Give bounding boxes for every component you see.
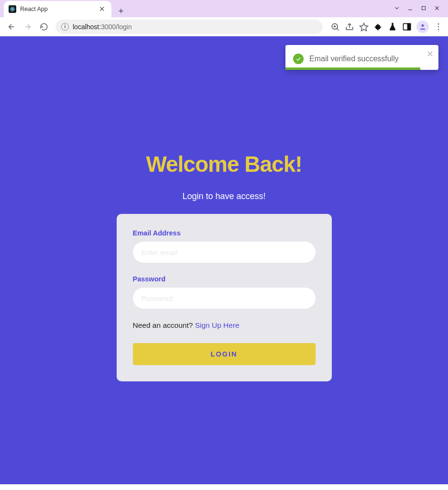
new-tab-button[interactable]: ＋ [114, 4, 128, 17]
zoom-icon[interactable] [330, 22, 340, 32]
site-info-icon[interactable]: i [61, 23, 69, 31]
extensions-icon[interactable] [373, 22, 383, 32]
tabs-row: React App ✕ ＋ [0, 0, 448, 17]
tab-close-icon[interactable]: ✕ [98, 5, 107, 13]
svg-line-11 [337, 28, 339, 30]
url-host: localhost: [73, 23, 101, 31]
signup-prompt: Need an account? [133, 321, 195, 329]
check-circle-icon [293, 54, 304, 64]
svg-rect-18 [408, 23, 411, 30]
url-text: localhost:3000/login [73, 23, 132, 31]
toolbar-right [328, 21, 443, 33]
profile-avatar-icon[interactable] [416, 21, 429, 33]
email-field-group: Email Address [133, 229, 316, 263]
svg-point-4 [12, 9, 13, 10]
forward-button[interactable] [21, 20, 34, 33]
close-window-icon[interactable] [434, 5, 440, 13]
bookmark-star-icon[interactable] [359, 22, 369, 32]
email-label: Email Address [133, 229, 316, 237]
signup-row: Need an account? Sign Up Here [133, 321, 316, 330]
back-button[interactable] [5, 20, 18, 33]
tab-title: React App [20, 6, 94, 12]
login-card: Email Address Password Need an account? … [117, 214, 332, 381]
password-field-group: Password [133, 275, 316, 309]
window-controls [393, 2, 445, 13]
app-viewport: Email verified successfully ✕ Welcome Ba… [0, 36, 448, 484]
svg-point-21 [438, 26, 439, 27]
signup-link[interactable]: Sign Up Here [195, 321, 240, 329]
email-input[interactable] [133, 242, 316, 263]
browser-tab[interactable]: React App ✕ [4, 1, 111, 17]
maximize-icon[interactable] [420, 5, 427, 13]
toast-progress-bar [285, 67, 420, 70]
side-panel-icon[interactable] [402, 22, 412, 32]
toast-close-icon[interactable]: ✕ [426, 49, 434, 59]
toast-success: Email verified successfully ✕ [285, 45, 438, 70]
address-bar[interactable]: i localhost:3000/login [55, 20, 323, 34]
reload-button[interactable] [37, 20, 51, 33]
page-heading: Welcome Back! [146, 151, 302, 177]
svg-marker-15 [360, 23, 368, 31]
chevron-down-icon[interactable] [393, 5, 400, 13]
minimize-icon[interactable] [407, 5, 414, 13]
labs-flask-icon[interactable] [388, 22, 397, 32]
kebab-menu-icon[interactable] [434, 22, 443, 32]
browser-toolbar: i localhost:3000/login [0, 17, 448, 36]
page-subheading: Login to have access! [182, 191, 265, 201]
browser-chrome: React App ✕ ＋ i localhost:3000/login [0, 0, 448, 36]
toast-message: Email verified successfully [309, 55, 431, 63]
svg-rect-1 [422, 7, 426, 10]
share-icon[interactable] [345, 22, 354, 32]
password-label: Password [133, 275, 316, 283]
svg-point-19 [421, 24, 424, 26]
svg-point-22 [438, 29, 439, 30]
url-path: 3000/login [101, 23, 132, 31]
react-favicon-icon [9, 5, 16, 13]
password-input[interactable] [133, 288, 316, 309]
svg-point-20 [438, 23, 439, 24]
login-button[interactable]: LOGIN [133, 343, 316, 365]
